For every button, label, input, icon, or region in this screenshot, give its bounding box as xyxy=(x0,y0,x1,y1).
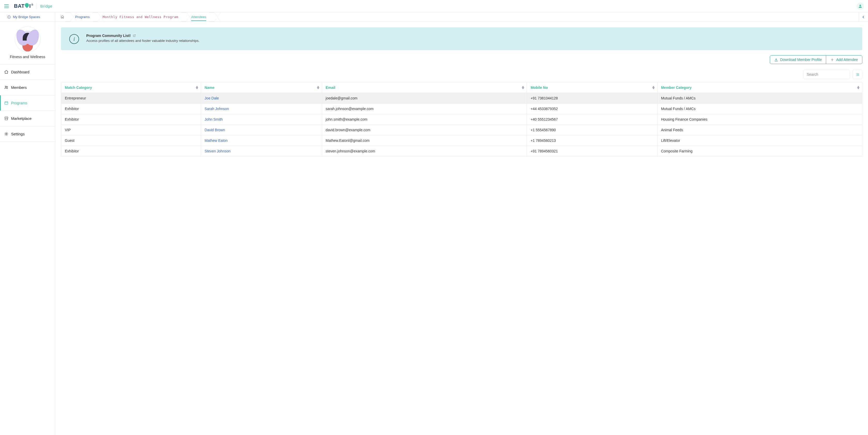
action-toolbar: Download Member Profile Add Attendee xyxy=(61,55,862,64)
column-header-label: Name xyxy=(205,86,214,90)
attendee-name-link[interactable]: Mathew Eaton xyxy=(205,138,228,143)
user-avatar[interactable] xyxy=(857,3,864,10)
svg-point-1 xyxy=(7,15,10,19)
cell-email: david.brown@example.com xyxy=(322,125,527,135)
product-name[interactable]: Bridge xyxy=(40,4,52,8)
table-row[interactable]: EntrepreneurJoe Dalejoedale@gmail.com+91… xyxy=(61,93,862,103)
sort-icon[interactable] xyxy=(857,86,860,89)
sidebar-item-members[interactable]: Members xyxy=(0,80,55,95)
cell-match-category: Exhibitor xyxy=(61,146,201,157)
cell-name: Joe Dale xyxy=(201,93,322,103)
my-spaces-link[interactable]: My Bridge Spaces xyxy=(0,12,55,22)
external-link-icon[interactable] xyxy=(133,34,136,37)
info-banner-title-row: Program Community List! xyxy=(86,34,199,38)
table-header-row: Match Category Name xyxy=(61,83,862,93)
breadcrumb-attendees-label: Attendees xyxy=(191,15,207,21)
cell-mobile: +91 7894560321 xyxy=(527,146,657,157)
cell-member-category: Animal Feeds xyxy=(657,125,862,135)
download-member-profile-button[interactable]: Download Member Profile xyxy=(770,55,826,64)
svg-point-0 xyxy=(860,5,861,6)
sidebar-item-label: Members xyxy=(11,86,27,90)
cell-member-category: Lift/Elevator xyxy=(657,135,862,146)
cell-mobile: +1 7894560213 xyxy=(527,135,657,146)
menu-toggle-icon[interactable] xyxy=(4,4,9,8)
breadcrumb-bar: My Bridge Spaces Programs Monthly Fitnes… xyxy=(0,12,868,22)
attendee-name-link[interactable]: Steven Johnson xyxy=(205,149,230,153)
sort-icon[interactable] xyxy=(317,86,319,89)
cell-member-category: Composite Farming xyxy=(657,146,862,157)
table-row[interactable]: ExhibitorSarah Johnsonsarah.johnson@exam… xyxy=(61,103,862,114)
table-row[interactable]: VIPDavid Browndavid.brown@example.com+1 … xyxy=(61,125,862,135)
sort-icon[interactable] xyxy=(652,86,655,89)
attendees-table: Match Category Name xyxy=(61,82,862,157)
sidebar-item-settings[interactable]: Settings xyxy=(0,126,55,142)
attendees-table-body: EntrepreneurJoe Dalejoedale@gmail.com+91… xyxy=(61,93,862,157)
svg-point-8 xyxy=(856,75,857,76)
svg-rect-4 xyxy=(5,102,8,104)
gear-icon xyxy=(4,132,8,136)
cell-match-category: Entrepreneur xyxy=(61,93,201,103)
plus-icon xyxy=(830,58,834,62)
attendee-name-link[interactable]: Joe Dale xyxy=(205,96,219,100)
info-banner-title: Program Community List! xyxy=(86,34,131,38)
chevron-left-icon xyxy=(862,16,865,18)
cell-match-category: Guest xyxy=(61,135,201,146)
cell-mobile: +91 7381044128 xyxy=(527,93,657,103)
cell-email: Mathew.Eatonl@gmail.com xyxy=(322,135,527,146)
cell-mobile: +1 5554567890 xyxy=(527,125,657,135)
sidebar-item-programs[interactable]: Programs xyxy=(0,95,55,111)
attendee-name-link[interactable]: Sarah Johnson xyxy=(205,107,229,111)
sort-icon[interactable] xyxy=(196,86,198,89)
calendar-icon xyxy=(4,101,8,105)
svg-point-5 xyxy=(6,133,7,134)
table-row[interactable]: ExhibitorJohn Smithjohn.smith@example.co… xyxy=(61,114,862,125)
column-header-mobile[interactable]: Mobile No xyxy=(527,83,657,93)
breadcrumb-program-name[interactable]: Monthly Fitness and Wellness Program xyxy=(95,12,184,22)
column-header-label: Email xyxy=(326,86,335,90)
breadcrumb-programs[interactable]: Programs xyxy=(68,12,95,22)
my-spaces-label: My Bridge Spaces xyxy=(13,15,40,19)
sidebar-item-dashboard[interactable]: Dashboard xyxy=(0,64,55,80)
sidebar-item-label: Settings xyxy=(11,132,25,136)
column-header-label: Member Category xyxy=(661,86,691,90)
sidebar-item-label: Dashboard xyxy=(11,70,29,74)
logo-separator xyxy=(36,3,37,9)
search-row xyxy=(61,70,862,79)
column-settings-button[interactable] xyxy=(852,70,862,79)
column-header-name[interactable]: Name xyxy=(201,83,322,93)
search-input[interactable] xyxy=(803,70,850,79)
home-icon xyxy=(60,15,64,19)
column-header-label: Mobile No xyxy=(531,86,548,90)
table-row[interactable]: GuestMathew EatonMathew.Eatonl@gmail.com… xyxy=(61,135,862,146)
breadcrumb-collapse-button[interactable] xyxy=(859,12,868,22)
cell-match-category: VIP xyxy=(61,125,201,135)
sidebar-item-label: Programs xyxy=(11,101,27,105)
cell-name: David Brown xyxy=(201,125,322,135)
user-icon xyxy=(858,4,863,8)
attendee-name-link[interactable]: David Brown xyxy=(205,128,225,132)
breadcrumb-home[interactable] xyxy=(55,12,68,22)
sidebar-item-marketplace[interactable]: Marketplace xyxy=(0,111,55,126)
svg-point-7 xyxy=(856,74,857,75)
download-icon xyxy=(774,58,778,62)
add-button-label: Add Attendee xyxy=(836,58,858,62)
sort-icon[interactable] xyxy=(522,86,524,89)
column-header-member-category[interactable]: Member Category xyxy=(657,83,862,93)
breadcrumb-program-label: Monthly Fitness and Wellness Program xyxy=(102,15,178,19)
sidebar-nav: Dashboard Members Programs Marketplace S… xyxy=(0,64,55,142)
table-row[interactable]: ExhibitorSteven Johnsonsteven.johnson@ex… xyxy=(61,146,862,157)
logo-text-right: I xyxy=(29,3,31,9)
attendee-name-link[interactable]: John Smith xyxy=(205,117,223,121)
download-button-label: Download Member Profile xyxy=(780,58,822,62)
column-header-email[interactable]: Email xyxy=(322,83,527,93)
add-attendee-button[interactable]: Add Attendee xyxy=(826,55,862,64)
info-icon: i xyxy=(69,34,79,44)
column-header-label: Match Category xyxy=(65,86,92,90)
column-header-match-category[interactable]: Match Category xyxy=(61,83,201,93)
sidebar: Fitness and Wellness Dashboard Members P… xyxy=(0,22,55,435)
home-outline-icon xyxy=(4,70,8,74)
list-icon xyxy=(856,72,860,76)
breadcrumb-attendees[interactable]: Attendees xyxy=(184,12,212,22)
sidebar-item-label: Marketplace xyxy=(11,117,32,121)
app-logo[interactable]: BATI® Bridge xyxy=(14,3,52,9)
